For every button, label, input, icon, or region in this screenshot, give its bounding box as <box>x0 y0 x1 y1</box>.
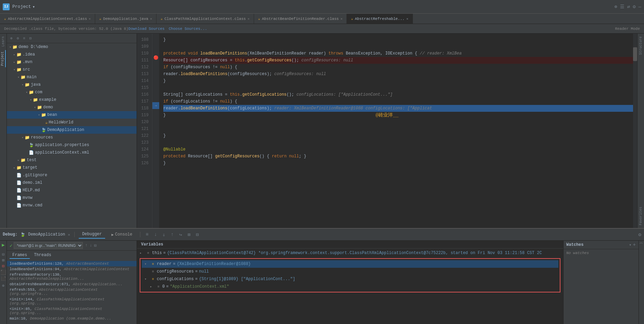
tab-debugger[interactable]: Debugger <box>79 230 105 239</box>
expand-arrow-icon[interactable]: ▾ <box>144 277 149 281</box>
watches-collapse-icon[interactable]: ▾ <box>629 242 631 248</box>
project-tool-icon[interactable]: Project <box>1 50 6 67</box>
frame-text: loadBeanDefinitions:94, AbstractXmlAppli… <box>10 267 129 271</box>
bottom-content: ▶ ⊟ ⊠ ⊡ ⬛ ⬛ ⊕ ✓ *main*@1 in gr..."main":… <box>0 241 644 324</box>
var-item-0[interactable]: ▸ ≡ 0 = "ApplicationContext.xml" <box>142 283 558 290</box>
frame-item[interactable]: loadBeanDefinitions:128, AbstractBeanCon… <box>7 261 137 266</box>
scrollbar[interactable] <box>633 34 637 228</box>
minimize-icon[interactable]: — <box>639 4 641 10</box>
tab-abstract-xml[interactable]: ☕ AbstractXmlApplicationContext.class ✕ <box>0 14 95 24</box>
choose-sources-link[interactable]: Choose Sources... <box>169 27 207 31</box>
java-file-icon-2: ☕ <box>99 17 101 21</box>
run-icon[interactable]: ▶ <box>2 242 4 248</box>
tree-item-demo[interactable]: ▾ 📁 demo D:\demo <box>7 43 137 51</box>
learn-icon[interactable]: Learn <box>1 35 5 48</box>
structure-tool-icon[interactable]: Structure <box>639 35 643 56</box>
tree-item-mvn[interactable]: ▸ 📁 .mvn <box>7 58 137 66</box>
right-panel-icon[interactable]: ⟩ <box>640 242 643 244</box>
force-step-into-btn[interactable]: ⇓ <box>161 231 166 238</box>
tree-item-app-context-xml[interactable]: 📄 applicationContext.xml <box>7 149 137 156</box>
frame-item[interactable]: refreshBeanFactory:130, AbstractRefresha… <box>7 272 137 281</box>
properties-icon: 🍃 <box>29 143 34 148</box>
frame-item[interactable]: <init>:144, ClassPathXmlApplicationConte… <box>7 297 137 306</box>
tree-item-app-properties[interactable]: 🍃 application.properties <box>7 141 137 149</box>
tree-item-gitignore[interactable]: 📄 .gitignore <box>7 171 137 179</box>
filter-btn[interactable]: ⊟ <box>93 242 97 249</box>
step-out-btn[interactable]: ↑ <box>169 231 175 238</box>
tab-abstract-refreshable[interactable]: ☕ AbstractRefreshable... ✕ <box>347 14 413 24</box>
tree-item-com[interactable]: ▾ 📁 com <box>7 88 137 96</box>
watches-add-icon[interactable]: + <box>633 242 636 248</box>
tab-demo-app[interactable]: ☕ DemoApplication.java ✕ <box>95 14 156 24</box>
down-btn[interactable]: ↓ <box>89 242 93 249</box>
run-to-cursor-btn[interactable]: ↪ <box>178 231 183 238</box>
frame-item[interactable]: obtainFreshBeanFactory:671, AbstractAppl… <box>7 281 137 287</box>
tree-item-help-md[interactable]: 📄 HELP.md <box>7 187 137 194</box>
tree-item-java[interactable]: ▾ 📁 java <box>7 81 137 88</box>
frame-item[interactable]: refresh:553, AbstractApplicationContext … <box>7 287 137 297</box>
step-into-btn[interactable]: ↓ <box>153 231 158 238</box>
thread-dropdown[interactable]: *main*@1 in gr..."main": RUNNING <box>14 242 83 249</box>
sidebar-toolbar-btn-4[interactable]: ⊟ <box>28 35 33 41</box>
var-item-reader[interactable]: ▾ ≡ reader = {XmlBeanDefinitionReader@10… <box>142 260 558 268</box>
tree-item-mvnw-cmd[interactable]: 📄 mvnw.cmd <box>7 202 137 209</box>
expand-arrow-icon[interactable]: ▸ <box>140 251 144 255</box>
nav-icon-1[interactable]: ⊕ <box>614 4 617 10</box>
tree-item-idea[interactable]: ▸ 📁 .idea <box>7 51 137 58</box>
panel-icon-5[interactable]: ⬛ <box>1 276 6 281</box>
debug-close-icon[interactable]: ✕ <box>68 232 70 237</box>
panel-icon-4[interactable]: ⬛ <box>0 269 6 275</box>
step-over-btn[interactable]: ≡ <box>144 231 150 238</box>
tree-item-main[interactable]: ▾ 📁 main <box>7 73 137 81</box>
favorites-tool-icon[interactable]: Favorites <box>639 205 643 227</box>
var-item-this[interactable]: ▸ ≡ this = {ClassPathXmlApplicationConte… <box>137 249 563 257</box>
tree-item-src[interactable]: ▾ 📁 src <box>7 66 137 73</box>
frame-item[interactable]: loadBeanDefinitions:94, AbstractXmlAppli… <box>7 266 137 272</box>
tab-console[interactable]: ▶ Console <box>108 231 136 238</box>
download-sources-link[interactable]: Download Sources <box>128 27 165 31</box>
tree-label: test <box>27 158 37 163</box>
nav-icon-3[interactable]: ⇄ <box>627 4 630 10</box>
tab-threads[interactable]: Threads <box>31 252 54 259</box>
scrollbar-thumb[interactable] <box>633 47 637 61</box>
tree-item-demo-iml[interactable]: 📄 demo.iml <box>7 179 137 187</box>
nav-icon-2[interactable]: ☰ <box>620 4 624 10</box>
code-area[interactable]: 108 109 110 111 112 113 114 115 116 117 … <box>137 34 637 228</box>
panel-icon-6[interactable]: ⊕ <box>2 283 4 288</box>
sidebar-toolbar-btn-1[interactable]: ⊕ <box>9 35 14 41</box>
panel-icon-3[interactable]: ⊡ <box>2 264 4 269</box>
up-btn[interactable]: ↑ <box>84 242 88 249</box>
tab-abstract-bean[interactable]: ☕ AbstractBeanDefinitionReader.class ✕ <box>254 14 347 24</box>
tab-close-icon-5[interactable]: ✕ <box>406 17 408 21</box>
tree-item-demo-sub[interactable]: ▾ 📁 demo <box>7 104 137 111</box>
tree-item-target[interactable]: ▸ 📁 target <box>7 164 137 171</box>
tree-item-test[interactable]: ▸ 📁 test <box>7 156 137 164</box>
expand-arrow-icon[interactable]: ▾ <box>144 262 149 266</box>
frame-item[interactable]: main:10, DemoApplication (com.example.de… <box>7 316 137 321</box>
tree-label: .idea <box>23 52 35 57</box>
panel-icon-2[interactable]: ⊠ <box>2 258 4 263</box>
tab-classpath-xml[interactable]: ☕ ClassPathXmlApplicationContext.class ✕ <box>156 14 254 24</box>
tab-close-icon-2[interactable]: ✕ <box>150 17 152 21</box>
var-item-config-resources[interactable]: ≡ configResources = null <box>142 268 558 275</box>
tab-close-icon-4[interactable]: ✕ <box>340 17 342 21</box>
tree-item-demo-app[interactable]: 🍃 DemoApplication <box>7 126 137 134</box>
tab-frames[interactable]: Frames <box>10 252 30 259</box>
tree-item-mvnw[interactable]: 📄 mvnw <box>7 194 137 202</box>
tab-close-icon[interactable]: ✕ <box>89 17 91 21</box>
debug-settings-icon[interactable]: ⚙ <box>639 232 641 238</box>
sidebar-toolbar-btn-3[interactable]: ≡ <box>22 36 27 41</box>
tree-item-example[interactable]: ▾ 📁 example <box>7 96 137 104</box>
panel-icon-1[interactable]: ⊟ <box>2 252 4 257</box>
tab-close-icon-3[interactable]: ✕ <box>248 17 250 21</box>
tree-item-helloworld[interactable]: ☕ HelloWorld <box>7 119 137 126</box>
frame-item[interactable]: <init>:85, ClassPathXmlApplicationContex… <box>7 306 137 316</box>
evaluate-btn[interactable]: ⊞ <box>186 231 192 238</box>
tree-item-resources[interactable]: ▾ 📁 resources <box>7 134 137 141</box>
settings-icon[interactable]: ⚙ <box>633 4 635 10</box>
file-icon: 📄 <box>16 173 22 178</box>
trace-btn[interactable]: ⊟ <box>194 231 200 238</box>
var-item-config-locations[interactable]: ▾ ≡ configLocations = {String[1]@1089} [… <box>142 275 558 283</box>
sidebar-toolbar-btn-2[interactable]: ⚙ <box>15 35 21 41</box>
tree-item-bean[interactable]: ▾ 📁 bean <box>7 111 137 119</box>
